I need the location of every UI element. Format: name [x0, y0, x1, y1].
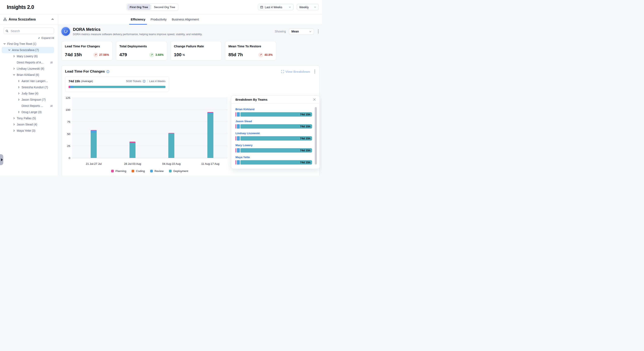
team-link[interactable]: Brian Kirkland — [236, 108, 254, 111]
dora-kebab-menu[interactable] — [317, 29, 320, 34]
tree-item-aaron-van-langen[interactable]: Aaron Van Langen... — [2, 78, 54, 84]
legend-label: Deployment — [173, 170, 188, 173]
tree-item-sireesha-kunduri-7[interactable]: Sireesha Kunduri (7) — [2, 84, 54, 90]
info-icon[interactable] — [106, 70, 110, 73]
search-input[interactable] — [10, 29, 52, 33]
tab-efficiency[interactable]: Efficiency — [131, 14, 146, 25]
showing-select[interactable]: Mean — [289, 28, 314, 35]
summary-range: Last 4 Weeks — [149, 80, 166, 83]
breakdown-title: Breakdown By Teams — [236, 98, 312, 101]
sidebar-collapse-chevron[interactable] — [50, 17, 54, 21]
tree-item-mary-lowery-6[interactable]: Mary Lowery (6) — [2, 53, 54, 59]
team-bar-segment-review — [237, 160, 240, 165]
team-link[interactable]: Lindsay Liszewski — [236, 132, 260, 135]
legend-item-coding: Coding — [132, 170, 145, 173]
sidebar-search[interactable] — [3, 28, 54, 34]
tabs-bar: EfficiencyProductivityBusiness Alignment — [58, 14, 322, 25]
org-sidebar: Anna Scozzafava Expand All First Org Tre… — [0, 14, 58, 176]
expand-corners-icon — [281, 70, 284, 73]
metric-card-title: Change Failure Rate — [174, 45, 218, 48]
metric-value: 479 — [120, 52, 127, 58]
tree-item-first-org-tree-root-1[interactable]: First Org Tree Root (1) — [2, 41, 54, 47]
lead-time-card-header: Lead Time For Changes View Breakdown — [62, 66, 319, 74]
dora-controls: Showing Mean — [275, 28, 320, 35]
info-icon[interactable] — [143, 80, 146, 83]
chevron-right-icon[interactable] — [18, 80, 20, 82]
tree-item-label: Maya Yette (3) — [17, 129, 35, 132]
chevron-right-icon[interactable] — [13, 123, 15, 126]
sidebar-collapse-handle[interactable] — [0, 154, 3, 165]
chart-bar-28-jul-03-aug[interactable] — [130, 142, 136, 158]
org-tree-option-second-org-tree[interactable]: Second Org Tree — [152, 4, 178, 10]
metric-card-lead-time-for-changes: Lead Time For Changes74d 15h↗27.56% — [61, 41, 112, 61]
chevron-down-icon[interactable] — [13, 74, 15, 76]
chevron-right-icon[interactable] — [18, 111, 20, 113]
tree-item-anna-scozzafava-7[interactable]: Anna Scozzafava (7) — [2, 47, 54, 53]
dora-title: DORA Metrics — [73, 27, 202, 32]
tree-item-maya-yette-3[interactable]: Maya Yette (3) — [2, 128, 54, 134]
chevron-right-icon[interactable] — [18, 92, 20, 95]
chevron-right-icon[interactable] — [13, 117, 15, 119]
tree-item-lindsay-liszewski-8[interactable]: Lindsay Liszewski (8) — [2, 66, 54, 72]
tree-item-label: First Org Tree Root (1) — [7, 42, 36, 46]
legend-swatch-planning — [111, 170, 114, 172]
date-range-select[interactable]: Last 4 Weeks — [258, 4, 294, 10]
close-icon[interactable] — [312, 98, 317, 102]
x-tick-label: 11 Aug-17 Aug — [201, 162, 219, 165]
tree-item-direct-reports[interactable]: Direct Reports ... — [2, 103, 54, 109]
tree-item-jason-stead-4[interactable]: Jason Stead (4) — [2, 121, 54, 128]
bar-segment-deployment — [91, 133, 97, 158]
metric-card-change-failure-rate: Change Failure Rate100% — [170, 41, 222, 61]
team-link[interactable]: Mary Lowery — [236, 144, 252, 147]
x-tick-label: 28 Jul-03 Aug — [124, 162, 141, 165]
chevron-down-icon — [314, 6, 316, 8]
tree-item-jason-simpson-7[interactable]: Jason Simpson (7) — [2, 97, 54, 103]
tree-item-brian-kirkland-6[interactable]: Brian Kirkland (6) — [2, 72, 54, 78]
lead-time-kebab-menu[interactable] — [314, 69, 316, 74]
tab-productivity[interactable]: Productivity — [150, 14, 167, 25]
team-link[interactable]: Jason Stead — [236, 120, 252, 123]
legend-item-planning: Planning — [111, 170, 126, 173]
legend-swatch-coding — [132, 170, 134, 172]
metric-cards-row: Lead Time For Changes74d 15h↗27.56%Total… — [61, 41, 276, 61]
chevron-down-icon[interactable] — [8, 49, 10, 51]
chart-bar-11-aug-17-aug[interactable] — [207, 112, 213, 158]
team-bar-segment-review — [237, 124, 240, 129]
tree-item-label: Brian Kirkland (6) — [17, 73, 39, 77]
lead-time-title-group: Lead Time For Changes — [65, 70, 110, 74]
tree-item-doug-lange-3[interactable]: Doug Lange (3) — [2, 109, 54, 115]
chevron-right-icon[interactable] — [18, 86, 20, 88]
chevron-right-icon[interactable] — [13, 68, 15, 70]
tree-item-label: Doug Lange (3) — [22, 110, 42, 114]
tree-item-judy-saw-4[interactable]: Judy Saw (4) — [2, 90, 54, 97]
chevron-right-icon[interactable] — [18, 99, 20, 101]
team-link[interactable]: Maya Yette — [236, 156, 250, 159]
filter-icon[interactable] — [50, 104, 53, 108]
filter-icon[interactable] — [50, 61, 53, 64]
tree-item-tony-pallas-5[interactable]: Tony Pallas (5) — [2, 115, 54, 121]
summary-bar-segment-planning — [68, 86, 70, 88]
chart-bar-21-jul-27-jul[interactable] — [91, 130, 97, 158]
tree-item-label: Lindsay Liszewski (8) — [17, 67, 44, 70]
expand-all-button[interactable]: Expand All — [4, 36, 54, 40]
metric-delta-value: 3.68% — [155, 53, 164, 57]
tab-business-alignment[interactable]: Business Alignment — [172, 14, 199, 25]
y-tick-label: 50 — [67, 132, 70, 135]
view-breakdown-label: View Breakdown — [286, 70, 310, 73]
top-bar: Insights 2.0 First Org TreeSecond Org Tr… — [0, 0, 322, 14]
chevron-right-icon[interactable] — [13, 130, 15, 132]
chart-bar-04-aug-10-aug[interactable] — [168, 133, 174, 158]
org-tree-option-first-org-tree[interactable]: First Org Tree — [127, 4, 150, 10]
chevron-down-icon[interactable] — [3, 43, 6, 45]
content-area: DORA Metrics DORA metrics measure softwa… — [58, 25, 322, 176]
tree-item-label: Aaron Van Langen... — [22, 79, 48, 83]
metric-delta-value: 27.56% — [99, 53, 109, 57]
view-breakdown-button[interactable]: View Breakdown — [281, 70, 310, 73]
tree-item-label: Direct Reports of A... — [17, 61, 43, 64]
team-bar-segment-deployment: 74d 15h — [240, 160, 312, 165]
summary-stacked-bar — [68, 86, 166, 88]
tree-item-direct-reports-of-a[interactable]: Direct Reports of A... — [2, 59, 54, 66]
breakdown-scrollbar[interactable] — [315, 107, 317, 165]
granularity-select[interactable]: Weekly — [297, 4, 319, 10]
chevron-right-icon[interactable] — [13, 55, 15, 57]
